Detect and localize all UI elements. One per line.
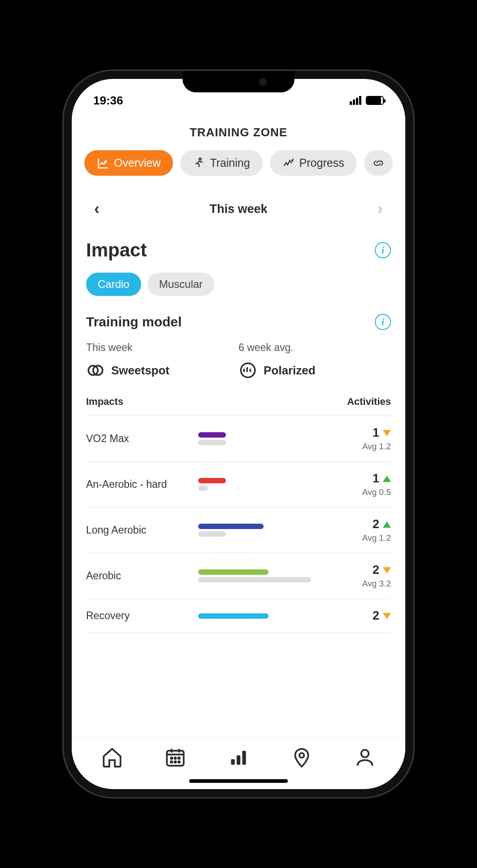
impact-name: VO2 Max: [86, 433, 194, 445]
training-model-title: Training model: [86, 314, 182, 330]
sub-tab-cardio[interactable]: Cardio: [86, 273, 141, 296]
impacts-table-head: Impacts Activities: [86, 392, 391, 416]
home-icon: [101, 746, 123, 768]
impact-value-bar: [198, 478, 226, 483]
nav-location[interactable]: [291, 746, 313, 770]
sub-tab-muscular[interactable]: Muscular: [147, 273, 214, 296]
impact-section: Impact i Cardio Muscular Training model …: [72, 231, 405, 633]
svg-point-9: [175, 761, 176, 763]
svg-rect-12: [237, 755, 240, 765]
impact-row[interactable]: Recovery2: [86, 599, 391, 633]
trend-down-icon: [383, 430, 391, 436]
runner-icon: [193, 157, 205, 169]
svg-rect-11: [231, 759, 234, 765]
bar-chart-icon: [227, 746, 250, 768]
training-model-cols: This week Sweetspot 6 week avg. Polarize…: [86, 342, 391, 392]
svg-point-14: [299, 753, 304, 758]
impact-count: 2: [373, 563, 391, 577]
phone-screen: 19:36 TRAINING ZONE Overview Training Pr…: [72, 79, 405, 789]
trend-down-icon: [383, 567, 391, 573]
impact-metrics: 2 Avg 1.2: [337, 517, 391, 543]
info-icon[interactable]: i: [375, 314, 391, 330]
impact-row[interactable]: Long Aerobic2 Avg 1.2: [86, 507, 391, 553]
svg-point-5: [171, 757, 172, 759]
impact-avg-bar: [198, 577, 311, 582]
impact-avg-bar: [198, 531, 226, 537]
model-col-avg: 6 week avg. Polarized: [238, 342, 391, 380]
page-title: TRAINING ZONE: [72, 111, 405, 150]
tab-label: Training: [210, 156, 250, 169]
impact-sub-tabs: Cardio Muscular: [86, 270, 391, 309]
tab-more[interactable]: [364, 150, 393, 176]
impact-name: Long Aerobic: [86, 524, 194, 536]
nav-profile[interactable]: [354, 746, 376, 770]
tab-training[interactable]: Training: [180, 150, 262, 176]
home-indicator[interactable]: [189, 779, 288, 783]
impact-bars: [198, 476, 333, 493]
impact-avg-bar: [198, 440, 226, 445]
impact-bars: [198, 567, 333, 585]
model-col-label: This week: [86, 342, 238, 361]
week-prev-button[interactable]: ‹: [90, 196, 104, 221]
svg-point-0: [199, 158, 201, 160]
impact-row[interactable]: Aerobic2 Avg 3.2: [86, 553, 391, 599]
main-tabs: Overview Training Progress: [72, 150, 405, 187]
tab-progress[interactable]: Progress: [270, 150, 357, 176]
nav-home[interactable]: [101, 746, 123, 770]
training-model-head: Training model i: [86, 309, 391, 342]
nav-stats[interactable]: [227, 746, 250, 770]
impact-row[interactable]: An-Aerobic - hard1 Avg 0.5: [86, 461, 391, 507]
week-next-button[interactable]: ›: [373, 196, 387, 221]
impact-row[interactable]: VO2 Max1 Avg 1.2: [86, 416, 391, 461]
model-col-label: 6 week avg.: [238, 342, 391, 361]
svg-point-15: [361, 750, 369, 757]
head-activities: Activities: [347, 396, 391, 408]
svg-point-6: [175, 757, 176, 759]
battery-icon: [366, 96, 384, 105]
model-col-this-week: This week Sweetspot: [86, 342, 238, 380]
impact-avg-bar: [198, 486, 208, 491]
impact-bars: [198, 611, 333, 621]
trend-up-icon: [383, 521, 391, 528]
link-icon: [372, 157, 385, 169]
status-right: [350, 96, 384, 105]
week-navigator: ‹ This week ›: [72, 187, 405, 231]
impact-value-bar: [198, 613, 269, 619]
trend-up-icon: [383, 476, 391, 482]
head-impacts: Impacts: [86, 396, 123, 408]
calendar-icon: [164, 746, 186, 768]
impact-value-bar: [198, 524, 264, 529]
impact-name: Aerobic: [86, 570, 194, 582]
impact-count: 1: [373, 472, 391, 486]
impact-avg-label: Avg 0.5: [337, 487, 391, 497]
bottom-nav: [72, 738, 405, 775]
model-col-value: Polarized: [264, 364, 316, 378]
status-time: 19:36: [93, 94, 123, 108]
impact-name: An-Aerobic - hard: [86, 478, 194, 490]
polarized-icon: [238, 361, 257, 380]
impact-avg-label: Avg 1.2: [337, 533, 391, 543]
impact-metrics: 2 Avg 3.2: [337, 563, 391, 589]
impact-title: Impact: [86, 239, 147, 261]
sweetspot-icon: [86, 361, 105, 380]
impact-count: 2: [373, 517, 391, 531]
phone-frame: 19:36 TRAINING ZONE Overview Training Pr…: [64, 71, 413, 797]
svg-point-7: [178, 757, 180, 759]
week-label: This week: [209, 202, 267, 216]
tab-overview[interactable]: Overview: [84, 150, 173, 176]
impact-bars: [198, 430, 333, 447]
impact-avg-label: Avg 3.2: [337, 579, 391, 589]
impact-value-bar: [198, 432, 226, 438]
info-icon[interactable]: i: [375, 242, 391, 258]
content: ‹ This week › Impact i Cardio Muscular T…: [72, 187, 405, 738]
location-icon: [291, 746, 313, 768]
nav-calendar[interactable]: [164, 746, 186, 770]
impact-count: 2: [373, 609, 391, 623]
profile-icon: [354, 746, 376, 768]
tab-label: Progress: [299, 156, 344, 169]
svg-point-8: [171, 761, 172, 763]
impacts-table-body: VO2 Max1 Avg 1.2An-Aerobic - hard1 Avg 0…: [86, 416, 391, 633]
svg-rect-13: [242, 751, 246, 764]
chart-up-icon: [97, 157, 109, 169]
impact-count: 1: [373, 426, 391, 440]
